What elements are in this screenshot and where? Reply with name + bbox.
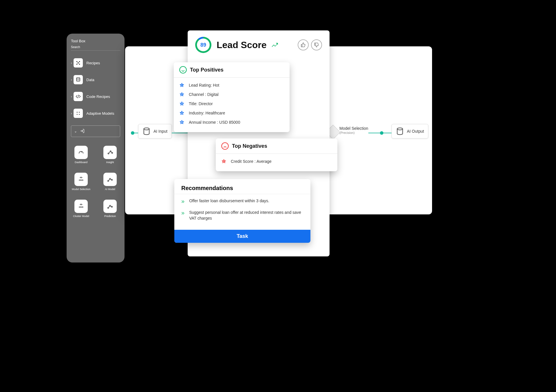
toolbox-item-models[interactable]: › Adaptive Models	[71, 109, 120, 118]
negative-row: 1 Credit Score : Average	[221, 157, 332, 166]
tool-ai-model[interactable]: AI Model	[100, 173, 120, 191]
svg-point-22	[222, 143, 228, 149]
node-ai-input[interactable]: AI Input	[138, 124, 172, 138]
toolbox-panel: Tool Box Search › Recipes ›	[67, 34, 125, 262]
task-button[interactable]: Task	[174, 230, 310, 243]
dice-icon	[74, 109, 83, 118]
database-icon	[74, 75, 83, 84]
tool-label: Cluster Model	[73, 215, 89, 218]
recommendations-title: Recommendations	[174, 179, 310, 194]
insight-icon	[103, 146, 117, 159]
toolbox-title: Tool Box	[71, 39, 120, 43]
negatives-title: Top Negatives	[232, 143, 267, 149]
chevron-down-icon: ⌄	[74, 129, 77, 133]
trend-up-icon	[271, 41, 279, 49]
score-ring: 89	[195, 37, 211, 53]
svg-point-12	[112, 152, 113, 154]
svg-point-1	[79, 61, 80, 62]
positive-row: 4 Industry: Healthcare	[179, 108, 284, 118]
positive-row: 5 Annual Income : USD 85000	[179, 118, 284, 127]
thumbs-up-button[interactable]	[298, 39, 309, 50]
chevron-right-icon: ›	[71, 78, 72, 81]
node-label: AI Output	[407, 129, 424, 134]
tool-label: Dashboard	[75, 161, 87, 164]
top-negatives-card: Top Negatives 1 Credit Score : Average	[216, 138, 337, 171]
svg-point-21	[180, 66, 186, 73]
node-label: AI Input	[153, 129, 167, 134]
svg-point-11	[110, 151, 111, 152]
svg-point-19	[144, 128, 149, 130]
node-ai-output[interactable]: AI Output	[392, 124, 428, 138]
svg-point-9	[79, 114, 80, 115]
positives-title: Top Positives	[190, 67, 224, 73]
tool-label: Prediction	[104, 215, 116, 218]
toolbox-item-label: Data	[86, 78, 94, 82]
svg-point-2	[77, 64, 77, 64]
svg-point-4	[78, 63, 79, 63]
toolbox-collapse[interactable]: ⌄	[71, 125, 120, 137]
code-icon	[74, 92, 83, 101]
node-model-selection[interactable]: Model Selection (Precision)	[339, 124, 368, 136]
double-arrow-icon: »	[181, 198, 184, 204]
tool-prediction[interactable]: Prediction	[100, 200, 120, 218]
cubes-icon	[74, 173, 88, 186]
toolbox-item-code[interactable]: › Code Recipes	[71, 92, 120, 101]
node-sublabel: (Precision)	[339, 131, 368, 134]
svg-point-8	[77, 114, 78, 115]
svg-point-13	[108, 180, 109, 181]
tool-label: AI Model	[105, 188, 115, 191]
recommendation-row: » Offer faster loan disbursement within …	[181, 195, 303, 207]
graph-icon	[103, 200, 117, 213]
svg-point-16	[108, 207, 109, 208]
tool-label: Model Selection	[72, 188, 90, 191]
node-label: Model Selection	[339, 126, 368, 131]
chevron-right-icon: ›	[71, 61, 72, 65]
thumbs-down-button[interactable]	[311, 39, 322, 50]
svg-point-7	[79, 112, 80, 113]
tool-insight[interactable]: Insight	[100, 146, 120, 164]
svg-point-10	[108, 153, 109, 154]
double-arrow-icon: »	[181, 210, 184, 216]
svg-point-6	[77, 112, 78, 113]
toolbox-item-recipes[interactable]: › Recipes	[71, 58, 120, 68]
chevron-right-icon: ›	[71, 112, 72, 115]
tool-model-selection[interactable]: Model Selection	[71, 173, 91, 191]
recipe-icon	[74, 58, 83, 68]
cubes-icon	[74, 200, 88, 213]
smile-icon	[179, 66, 187, 74]
toolbox-item-label: Adaptive Models	[86, 111, 114, 116]
positive-row: 2 Channel : Digital	[179, 90, 284, 99]
score-value: 89	[200, 42, 206, 48]
toolbox-search[interactable]: Search	[71, 45, 120, 51]
flow-endpoint	[131, 131, 134, 135]
flow-endpoint	[380, 131, 383, 135]
graph-icon	[103, 173, 117, 186]
positive-row: 1 Lead Rating: Hot	[179, 81, 284, 90]
chevron-right-icon: ›	[71, 95, 72, 98]
logout-icon	[80, 129, 85, 134]
positive-row: 3 Title: Director	[179, 99, 284, 108]
recommendations-card: Recommendations » Offer faster loan disb…	[174, 179, 310, 243]
tool-dashboard[interactable]: Dashboard	[71, 146, 91, 164]
gauge-icon	[74, 146, 88, 159]
svg-point-3	[79, 64, 80, 64]
tool-label: Insight	[106, 161, 114, 164]
toolbox-item-label: Recipes	[86, 61, 100, 65]
tool-cluster-model[interactable]: Cluster Model	[71, 200, 91, 218]
lead-score-title: Lead Score	[217, 40, 267, 50]
frown-icon	[221, 142, 229, 150]
svg-point-5	[76, 78, 80, 79]
top-positives-card: Top Positives 1 Lead Rating: Hot 2 Chann…	[174, 62, 290, 132]
toolbox-item-label: Code Recipes	[86, 94, 110, 99]
svg-point-0	[77, 61, 77, 62]
toolbox-item-data[interactable]: › Data	[71, 75, 120, 84]
recommendation-row: » Suggest personal loan offer at reduced…	[181, 207, 303, 224]
svg-point-20	[397, 128, 403, 130]
